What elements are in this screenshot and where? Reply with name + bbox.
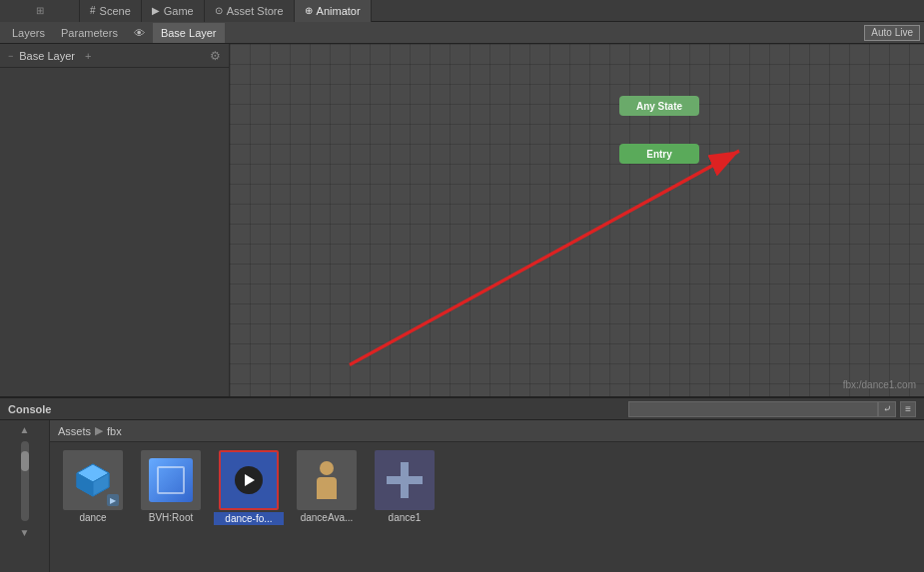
scroll-up-arrow[interactable]: ▲ <box>20 424 30 435</box>
cross-icon-shape <box>385 460 425 500</box>
cross-vertical <box>401 462 409 498</box>
bvh-icon-shape <box>149 458 193 502</box>
breadcrumb-root[interactable]: Assets <box>58 425 91 437</box>
person-icon-shape <box>317 461 337 499</box>
bvh-inner-shape <box>157 466 185 494</box>
auto-live-button[interactable]: Auto Live <box>864 25 920 41</box>
assets-breadcrumb: Assets ▶ fbx <box>50 420 924 442</box>
asset-icon-dance1 <box>375 450 435 510</box>
console-bar: Console ⤶ ≡ <box>0 398 924 420</box>
person-head <box>320 461 334 475</box>
console-btn-1[interactable]: ⤶ <box>878 401 896 417</box>
scroll-thumb[interactable] <box>21 451 29 471</box>
assets-content: Assets ▶ fbx <box>50 420 924 572</box>
console-label: Console <box>8 403 51 415</box>
scene-icon: # <box>90 5 96 16</box>
sub-tab-parameters[interactable]: Parameters <box>53 23 126 43</box>
assets-area: ▲ ▼ Assets ▶ fbx <box>0 420 924 572</box>
console-icons: ⤶ ≡ <box>878 401 916 417</box>
asset-icon-dance-fo <box>219 450 279 510</box>
bottom-section: Console ⤶ ≡ ▲ ▼ Assets ▶ fbx <box>0 396 924 572</box>
asset-label-bvh: BVH:Root <box>136 512 206 523</box>
search-input[interactable] <box>628 401 878 417</box>
play-icon-shape <box>235 466 263 494</box>
asset-item-dance-fo[interactable]: dance-fo... <box>214 450 284 525</box>
tab-scene[interactable]: # Scene <box>80 0 142 22</box>
assets-scroll: ▲ ▼ <box>0 420 50 572</box>
breadcrumb-folder[interactable]: fbx <box>107 425 122 437</box>
sub-tab-layers[interactable]: Layers <box>4 23 53 43</box>
asset-arrow-icon: ▶ <box>107 494 119 506</box>
eye-icon: 👁 <box>134 27 145 39</box>
settings-icon[interactable]: ⚙ <box>210 49 221 63</box>
asset-item-bvh-root[interactable]: BVH:Root <box>136 450 206 523</box>
left-panel-header: − Base Layer + ⚙ <box>0 44 229 68</box>
play-triangle <box>245 474 255 486</box>
collapse-icon[interactable]: − <box>8 51 13 61</box>
top-tab-bar: ⊞ # Scene ▶ Game ⊙ Asset Store ⊕ Animato… <box>0 0 924 22</box>
sub-tab-bar: Layers Parameters 👁 Base Layer Auto Live <box>0 22 924 44</box>
main-layout: − Base Layer + ⚙ Any State Entry <box>0 44 924 396</box>
breadcrumb-arrow-icon: ▶ <box>95 424 103 437</box>
game-icon: ▶ <box>152 5 160 16</box>
left-panel: − Base Layer + ⚙ <box>0 44 230 396</box>
watermark-text: fbx:/dance1.com <box>843 379 916 390</box>
tab-asset-store[interactable]: ⊙ Asset Store <box>205 0 295 22</box>
search-bar: ⤶ ≡ <box>59 401 916 417</box>
asset-item-dance[interactable]: ▶ dance <box>58 450 128 523</box>
state-any-state[interactable]: Any State <box>619 96 699 116</box>
asset-label-dance1: dance1 <box>370 512 440 523</box>
asset-icon-dance-ava <box>297 450 357 510</box>
asset-label-dance: dance <box>58 512 128 523</box>
asset-label-dance-fo: dance-fo... <box>214 512 284 525</box>
layer-list <box>0 68 229 396</box>
asset-icon-dance: ▶ <box>63 450 123 510</box>
asset-label-dance-ava: danceAva... <box>292 512 362 523</box>
grid-background <box>230 44 924 396</box>
scroll-track <box>21 441 29 521</box>
scroll-down-arrow[interactable]: ▼ <box>20 527 30 538</box>
person-body <box>317 477 337 499</box>
asset-item-dance-ava[interactable]: danceAva... <box>292 450 362 523</box>
console-btn-2[interactable]: ≡ <box>900 401 916 417</box>
asset-icon-bvh <box>141 450 201 510</box>
assets-grid: ▶ dance BVH:Root <box>50 442 924 572</box>
left-panel-title: − Base Layer + <box>8 50 91 62</box>
tab-animator[interactable]: ⊕ Animator <box>295 0 372 22</box>
store-icon: ⊙ <box>215 5 223 16</box>
tab-game[interactable]: ▶ Game <box>142 0 205 22</box>
sub-tab-base-layer[interactable]: Base Layer <box>153 23 225 43</box>
animator-icon: ⊕ <box>305 5 313 16</box>
animator-canvas[interactable]: Any State Entry Exit fbx:/dance1.com <box>230 44 924 396</box>
asset-item-dance1[interactable]: dance1 <box>370 450 440 523</box>
state-entry[interactable]: Entry <box>619 144 699 164</box>
sub-tab-eye[interactable]: 👁 <box>126 23 153 43</box>
add-layer-button[interactable]: + <box>85 50 91 62</box>
